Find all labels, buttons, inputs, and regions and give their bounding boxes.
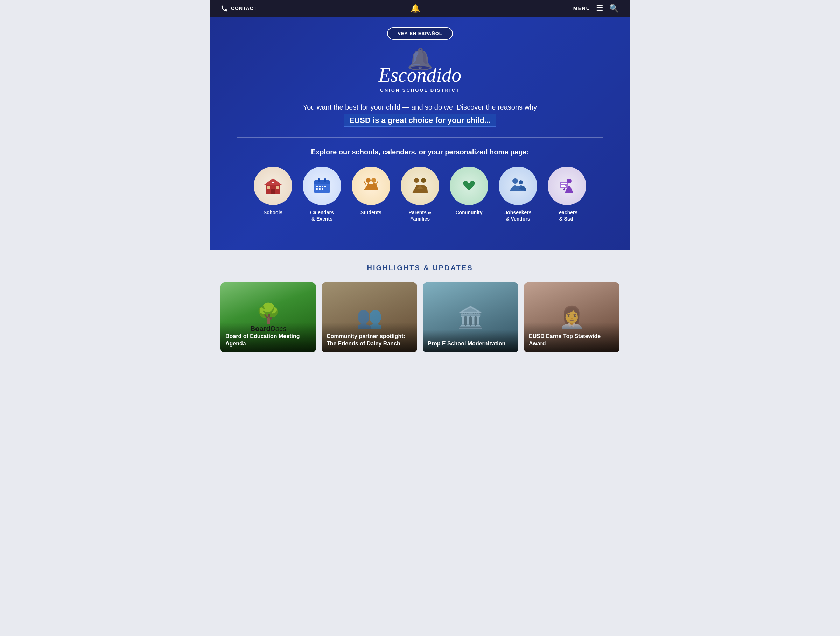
search-icon: 🔍 [609,4,619,13]
jobseekers-circle [499,167,537,205]
icon-grid: Schools [217,167,623,232]
community-overlay: Community partner spotlight: The Friends… [322,322,417,352]
community-label: Community [456,209,483,216]
award-title: EUSD Earns Top Statewide Award [529,333,614,347]
svg-point-27 [519,180,523,185]
menu-area[interactable]: MENU ☰ 🔍 [573,4,619,13]
teachers-label: Teachers& Staff [556,209,578,222]
students-circle [352,167,390,205]
explore-text: Explore our schools, calendars, or your … [217,148,623,156]
svg-point-26 [512,178,518,184]
highlights-grid: 🌳 BoardDocs Board of Education Meeting A… [221,282,619,352]
top-navigation: CONTACT 🔔 MENU ☰ 🔍 [210,0,630,17]
jobseekers-icon-item[interactable]: Jobseekers& Vendors [497,167,539,222]
community-circle [450,167,488,205]
hero-link[interactable]: EUSD is a great choice for your child... [344,114,496,127]
teachers-icon-item[interactable]: Teachers& Staff [546,167,588,222]
highlights-section: HIGHLIGHTS & UPDATES 🌳 BoardDocs Board o… [210,250,630,366]
parents-icon [409,175,431,196]
svg-rect-9 [314,180,330,185]
prope-card[interactable]: 🏛️ Prop E School Modernization [423,282,518,352]
prope-title: Prop E School Modernization [428,340,513,347]
svg-rect-12 [316,186,318,187]
logo-subtitle: UNION SCHOOL DISTRICT [217,87,623,93]
parents-label: Parents &Families [409,209,431,222]
svg-rect-15 [324,186,326,187]
svg-line-21 [364,181,366,185]
svg-point-24 [421,178,426,183]
bell-center[interactable]: 🔔 [411,4,420,13]
svg-rect-11 [324,178,326,182]
hero-section: VEA EN ESPAÑOL 🔔 Escondido UNION SCHOOL … [210,17,630,250]
phone-icon [221,5,228,12]
svg-rect-17 [319,188,321,190]
students-icon [360,175,382,196]
spanish-button[interactable]: VEA EN ESPAÑOL [387,27,453,39]
logo-area: 🔔 Escondido UNION SCHOOL DISTRICT [217,47,623,93]
svg-rect-3 [267,186,270,189]
hamburger-icon: ☰ [596,4,604,13]
calendars-icon-item[interactable]: Calendars& Events [301,167,343,222]
parents-circle [401,167,439,205]
parents-icon-item[interactable]: Parents &Families [399,167,441,222]
calendars-circle [303,167,341,205]
hero-divider [237,137,603,137]
svg-rect-4 [276,186,279,189]
hero-tagline: You want the best for your child — and s… [217,103,623,111]
contact-nav-item[interactable]: CONTACT [221,5,257,12]
school-building-icon [262,175,284,196]
svg-rect-10 [318,178,320,182]
schools-circle [254,167,292,205]
community-icon [458,175,480,196]
boarddocs-title: Board of Education Meeting Agenda [226,333,311,347]
award-overlay: EUSD Earns Top Statewide Award [524,322,619,352]
calendars-label: Calendars& Events [310,209,334,222]
svg-rect-2 [271,189,275,194]
award-card[interactable]: 👩‍💼 EUSD Earns Top Statewide Award [524,282,619,352]
community-icon-item[interactable]: Community [448,167,490,222]
svg-point-19 [366,178,371,183]
logo-title: Escondido [217,65,623,86]
prope-overlay: Prop E School Modernization [423,330,518,352]
jobseekers-label: Jobseekers& Vendors [504,209,531,222]
teachers-circle [548,167,586,205]
svg-marker-33 [563,188,565,191]
community-card[interactable]: 👥 Community partner spotlight: The Frien… [322,282,417,352]
boarddocs-overlay: Board of Education Meeting Agenda [221,322,316,352]
svg-line-22 [376,181,378,185]
svg-point-23 [414,178,419,183]
students-icon-item[interactable]: Students [350,167,392,222]
community-title: Community partner spotlight: The Friends… [327,333,412,347]
calendar-icon [311,175,333,196]
svg-marker-1 [264,178,282,185]
svg-rect-14 [322,186,324,187]
jobseekers-icon [507,175,529,196]
svg-rect-18 [322,188,324,190]
teachers-icon [556,175,578,196]
contact-label: CONTACT [231,6,257,11]
boarddocs-card[interactable]: 🌳 BoardDocs Board of Education Meeting A… [221,282,316,352]
svg-rect-13 [319,186,321,187]
schools-icon-item[interactable]: Schools [252,167,294,222]
students-label: Students [360,209,382,216]
highlights-title: HIGHLIGHTS & UPDATES [221,264,619,272]
menu-label: MENU [573,6,591,11]
svg-point-20 [371,178,376,183]
bell-icon: 🔔 [411,4,420,13]
schools-label: Schools [264,209,283,216]
svg-rect-16 [316,188,318,190]
